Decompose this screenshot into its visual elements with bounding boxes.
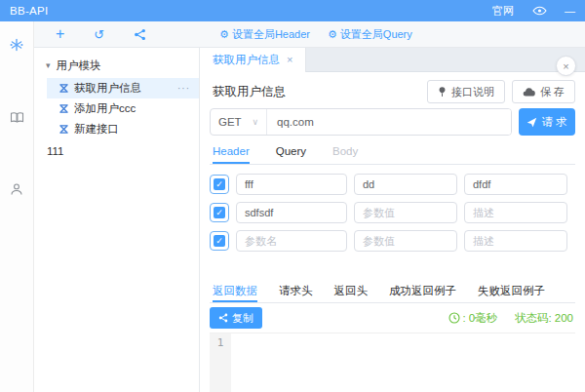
tree-root-item-111[interactable]: 111 (34, 140, 199, 161)
send-request-button[interactable]: 请 求 (519, 108, 575, 136)
param-tabs: Header Query Body (210, 140, 575, 165)
caret-down-icon[interactable]: ▾ (46, 61, 51, 70)
line-number: 1 (217, 336, 224, 349)
tree-toolbar: + ↺ (34, 26, 200, 42)
check-icon: ✓ (214, 178, 225, 190)
copy-label: 复制 (232, 311, 254, 326)
colon: : (463, 312, 466, 324)
param-value-input[interactable] (354, 174, 457, 195)
tab-request-headers[interactable]: 请求头 (279, 282, 313, 302)
tab-response-headers[interactable]: 返回头 (334, 282, 369, 302)
share-icon[interactable] (134, 28, 146, 41)
tree-item-get-user-info[interactable]: 获取用户信息 ··· (47, 78, 199, 98)
api-manager-icon[interactable] (8, 36, 25, 54)
panel-close-button[interactable]: × (556, 56, 576, 76)
title-actions: 接口说明 保 存 (427, 80, 575, 103)
docs-book-icon[interactable] (8, 108, 25, 126)
method-select[interactable]: GET ∨ (211, 109, 267, 135)
save-button[interactable]: 保 存 (512, 80, 575, 103)
eye-icon[interactable] (530, 2, 548, 20)
api-node-icon (58, 103, 69, 114)
titlebar: BB-API 官网 — (0, 0, 585, 21)
add-icon[interactable]: + (56, 26, 64, 42)
param-row: ✓ (210, 202, 575, 223)
api-title: 获取用户信息 (210, 84, 286, 100)
website-link[interactable]: 官网 (492, 4, 514, 19)
user-profile-icon[interactable] (8, 180, 25, 198)
tree-item-new-api[interactable]: 新建接口 (47, 119, 199, 139)
tab-close-icon[interactable]: × (287, 55, 292, 65)
api-editor-panel: 获取用户信息 接口说明 保 存 (200, 72, 585, 392)
chevron-down-icon: ∨ (252, 117, 258, 127)
cloud-upload-icon (523, 88, 535, 97)
minimize-button[interactable]: — (565, 6, 575, 17)
editor-content[interactable] (231, 333, 575, 392)
status-code: 状态码: 200 (515, 311, 573, 326)
check-icon: ✓ (214, 207, 225, 218)
set-global-query-label: 设置全局Query (340, 27, 412, 42)
param-value-input[interactable] (354, 230, 457, 252)
api-doc-button[interactable]: 接口说明 (427, 80, 505, 103)
send-icon (526, 117, 537, 128)
param-name-input[interactable] (236, 174, 347, 195)
clock-icon (448, 312, 460, 324)
param-checkbox[interactable]: ✓ (210, 175, 229, 194)
tab-header[interactable]: Header (213, 140, 250, 164)
refresh-icon[interactable]: ↺ (94, 28, 104, 41)
main-panel: 获取用户信息 × × 获取用户信息 接口说明 (200, 48, 585, 392)
set-global-header-label: 设置全局Header (232, 27, 310, 42)
tree-item-add-user[interactable]: 添加用户ccc (47, 98, 199, 119)
send-label: 请 求 (541, 115, 566, 130)
tree-item-label: 新建接口 (74, 122, 119, 137)
param-desc-input[interactable] (464, 230, 567, 252)
tree-item-label: 111 (47, 145, 63, 157)
app-window: BB-API 官网 — + ↺ (0, 0, 585, 392)
title-row: 获取用户信息 接口说明 保 存 (210, 79, 575, 104)
set-global-query-link[interactable]: ⚙ 设置全局Query (328, 27, 412, 42)
left-rail (0, 21, 34, 392)
url-group: GET ∨ (210, 108, 512, 136)
method-value: GET (218, 116, 242, 128)
result-toolbar: 复制 : 0毫秒 状态码: 200 (210, 303, 575, 333)
param-name-input[interactable] (236, 202, 347, 223)
tab-success-example[interactable]: 成功返回例子 (389, 282, 456, 302)
request-row: GET ∨ 请 求 (210, 108, 575, 136)
param-checkbox[interactable]: ✓ (210, 203, 229, 222)
tab-get-user-info[interactable]: 获取用户信息 × (200, 48, 306, 72)
param-checkbox[interactable]: ✓ (210, 231, 229, 251)
save-label: 保 存 (540, 85, 565, 99)
url-input[interactable] (267, 109, 511, 135)
set-global-header-link[interactable]: ⚙ 设置全局Header (219, 27, 310, 42)
toolbar: + ↺ ⚙ 设置全局Header ⚙ 设置全局Query (34, 21, 585, 48)
param-desc-input[interactable] (464, 174, 567, 195)
tab-body[interactable]: Body (332, 140, 358, 164)
tab-fail-example[interactable]: 失败返回例子 (478, 282, 545, 302)
param-value-input[interactable] (354, 202, 457, 223)
api-doc-label: 接口说明 (451, 85, 494, 99)
param-desc-input[interactable] (464, 202, 567, 223)
param-name-input[interactable] (236, 230, 347, 252)
api-tree: ▾ 用户模块 获取用户信息 ··· 添加用户ccc 新建接口 (34, 48, 200, 392)
tree-item-label: 获取用户信息 (74, 81, 141, 96)
result-tabs: 返回数据 请求头 返回头 成功返回例子 失败返回例子 (210, 282, 575, 303)
elapsed-value: 0毫秒 (469, 311, 497, 326)
titlebar-controls: 官网 — (492, 2, 575, 20)
copy-button[interactable]: 复制 (210, 307, 262, 329)
share-icon (218, 313, 228, 323)
param-row: ✓ (210, 174, 575, 195)
param-row: ✓ (210, 230, 575, 252)
pin-icon (438, 86, 447, 98)
tree-item-label: 添加用户ccc (74, 101, 136, 116)
tab-response-data[interactable]: 返回数据 (213, 282, 257, 302)
check-icon: ✓ (214, 235, 225, 247)
tab-query[interactable]: Query (276, 140, 306, 164)
app-title: BB-API (10, 5, 49, 17)
more-actions-icon[interactable]: ··· (177, 83, 199, 94)
elapsed-time: : 0毫秒 (448, 311, 498, 326)
document-tabbar: 获取用户信息 × (200, 48, 585, 72)
api-node-icon (58, 124, 69, 135)
gear-icon: ⚙ (328, 29, 337, 40)
tree-module-users[interactable]: ▾ 用户模块 (34, 55, 199, 78)
response-editor: 1 (210, 333, 575, 392)
tab-label: 获取用户信息 (213, 53, 280, 67)
